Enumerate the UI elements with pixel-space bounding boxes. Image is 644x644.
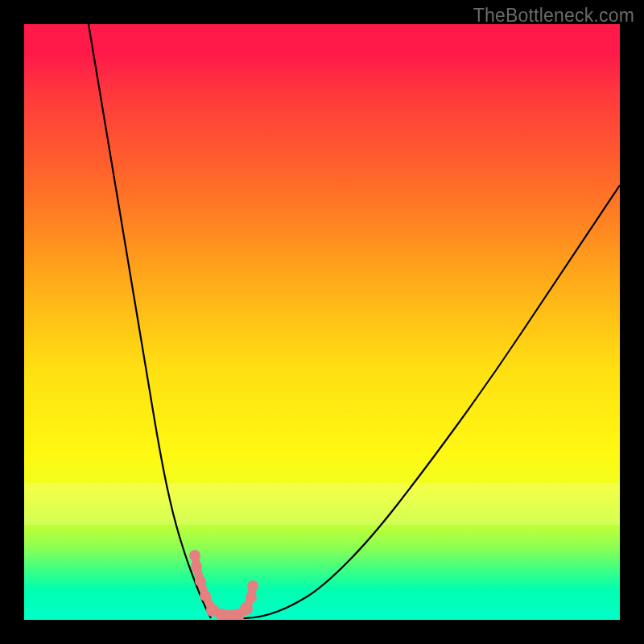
- watermark-text: TheBottleneck.com: [473, 5, 634, 27]
- highlight-band: [24, 483, 620, 525]
- gradient-plot-area: [24, 24, 620, 620]
